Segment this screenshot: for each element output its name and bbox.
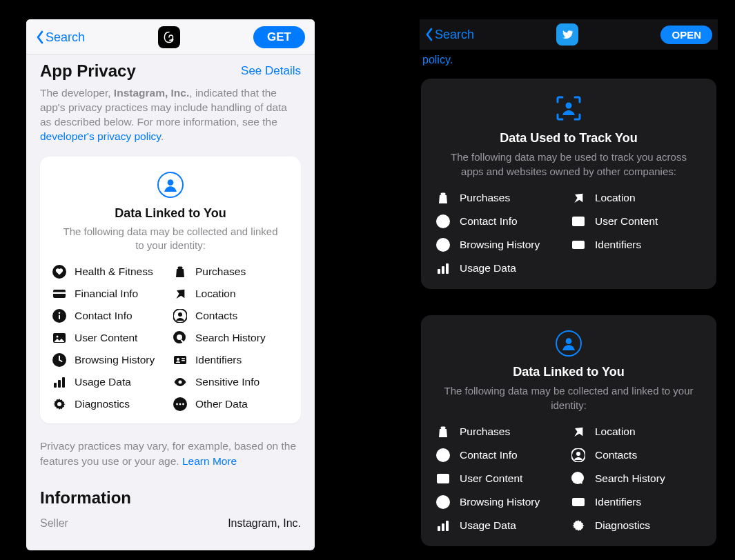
data-item-label: Identifiers bbox=[195, 354, 242, 366]
data-item: User Content bbox=[571, 214, 701, 228]
see-details-link[interactable]: See Details bbox=[241, 64, 301, 78]
data-item-label: Contact Info bbox=[75, 310, 133, 322]
search-icon bbox=[571, 472, 585, 486]
info-icon bbox=[52, 309, 66, 323]
data-item: Browsing History bbox=[436, 495, 566, 509]
data-item: Usage Data bbox=[52, 375, 168, 389]
open-button[interactable]: OPEN bbox=[660, 26, 712, 44]
data-item: Purchases bbox=[436, 425, 566, 439]
bars-icon bbox=[52, 375, 66, 389]
data-item-label: Financial Info bbox=[75, 288, 138, 300]
person-circle-icon bbox=[157, 172, 184, 198]
data-item-label: Usage Data bbox=[75, 376, 131, 388]
data-item: Diagnostics bbox=[571, 519, 701, 532]
data-item: Location bbox=[571, 425, 701, 439]
data-linked-card: Data Linked to You The following data ma… bbox=[40, 157, 301, 424]
privacy-policy-link[interactable]: developer's privacy policy bbox=[40, 130, 161, 142]
data-item: Search History bbox=[173, 331, 288, 345]
heart-icon bbox=[52, 265, 66, 279]
data-item: Purchases bbox=[173, 265, 288, 279]
app-icon-threads[interactable] bbox=[158, 26, 180, 48]
data-item: Search History bbox=[571, 472, 701, 486]
card-subtitle: The following data may be used to track … bbox=[431, 150, 707, 179]
info-icon bbox=[436, 214, 450, 228]
data-item: Location bbox=[173, 287, 288, 301]
data-item: Identifiers bbox=[571, 238, 701, 252]
footnote-text: Privacy practices may vary, for example,… bbox=[40, 440, 296, 467]
data-item-label: Identifiers bbox=[595, 496, 641, 508]
information-heading: Information bbox=[40, 488, 301, 508]
chevron-left-icon bbox=[425, 28, 433, 41]
data-item: Contact Info bbox=[52, 309, 168, 323]
data-item-label: Purchases bbox=[195, 266, 246, 278]
data-item: Identifiers bbox=[173, 353, 288, 367]
data-item-label: Contact Info bbox=[460, 215, 518, 228]
data-item-label: Browsing History bbox=[460, 496, 540, 508]
data-item: Browsing History bbox=[52, 353, 168, 367]
back-label: Search bbox=[435, 28, 474, 42]
card-title: Data Linked to You bbox=[52, 206, 288, 221]
data-item: Contacts bbox=[571, 448, 701, 462]
data-item: Contacts bbox=[173, 309, 288, 323]
card-subtitle: The following data may be collected and … bbox=[52, 225, 288, 253]
privacy-footnote: Privacy practices may vary, for example,… bbox=[40, 439, 301, 468]
gear-icon bbox=[571, 519, 585, 532]
privacy-description: The developer, Instagram, Inc., indicate… bbox=[40, 86, 301, 144]
data-item-label: Usage Data bbox=[460, 262, 516, 274]
linked-card: Data Linked to You The following data ma… bbox=[421, 315, 716, 546]
data-item-label: Diagnostics bbox=[75, 398, 130, 410]
app-icon-twitter[interactable] bbox=[556, 23, 578, 46]
open-label: OPEN bbox=[672, 29, 701, 41]
gear-icon bbox=[52, 397, 66, 411]
person-circle-icon bbox=[556, 330, 582, 357]
data-item: Location bbox=[571, 191, 701, 205]
back-button[interactable]: Search bbox=[425, 28, 474, 42]
data-item-label: Sensitive Info bbox=[195, 376, 259, 388]
data-item-label: Diagnostics bbox=[595, 519, 650, 532]
idcard-icon bbox=[571, 495, 585, 509]
get-label: GET bbox=[267, 30, 291, 43]
privacy-policy-link[interactable]: policy. bbox=[420, 50, 718, 73]
data-item-label: Purchases bbox=[460, 426, 510, 438]
track-card: Data Used to Track You The following dat… bbox=[421, 79, 716, 289]
seller-label: Seller bbox=[40, 517, 68, 530]
data-item: Health & Fitness bbox=[52, 265, 168, 279]
data-item: Usage Data bbox=[436, 261, 566, 275]
dots-icon bbox=[173, 397, 187, 411]
search-icon bbox=[173, 331, 187, 345]
data-item-label: Health & Fitness bbox=[75, 266, 153, 278]
get-button[interactable]: GET bbox=[253, 26, 305, 48]
data-item-label: User Content bbox=[595, 215, 658, 228]
data-item-label: Location bbox=[595, 426, 636, 438]
threads-icon bbox=[162, 30, 176, 44]
image-icon bbox=[571, 214, 585, 228]
bars-icon bbox=[436, 261, 450, 275]
data-item: Contact Info bbox=[436, 214, 566, 228]
navbar: Search OPEN bbox=[420, 19, 718, 50]
information-section: Information Seller Instagram, Inc. bbox=[40, 488, 301, 530]
data-item-label: Contacts bbox=[195, 310, 237, 322]
data-item-label: User Content bbox=[75, 332, 137, 344]
learn-more-link[interactable]: Learn More bbox=[182, 455, 237, 467]
seller-value: Instagram, Inc. bbox=[228, 517, 301, 530]
data-item-label: Identifiers bbox=[595, 239, 641, 251]
data-item-label: Browsing History bbox=[75, 354, 155, 366]
arrow-icon bbox=[173, 287, 187, 301]
desc-end: . bbox=[161, 130, 164, 142]
card-title: Data Used to Track You bbox=[431, 131, 707, 146]
card-title: Data Linked to You bbox=[431, 365, 707, 379]
content: App Privacy See Details The developer, I… bbox=[26, 54, 315, 550]
person-icon bbox=[173, 309, 187, 323]
back-button[interactable]: Search bbox=[36, 30, 85, 45]
data-item: Browsing History bbox=[436, 238, 566, 252]
bag-icon bbox=[436, 191, 450, 205]
data-item: Usage Data bbox=[436, 519, 566, 532]
idcard-icon bbox=[571, 238, 585, 252]
data-item-label: User Content bbox=[460, 472, 522, 485]
arrow-icon bbox=[571, 191, 585, 205]
data-item: User Content bbox=[52, 331, 168, 345]
data-item: Purchases bbox=[436, 191, 566, 205]
clock-icon bbox=[436, 238, 450, 252]
data-grid: PurchasesLocationContact InfoContactsUse… bbox=[431, 425, 707, 532]
data-item: Diagnostics bbox=[52, 397, 168, 411]
